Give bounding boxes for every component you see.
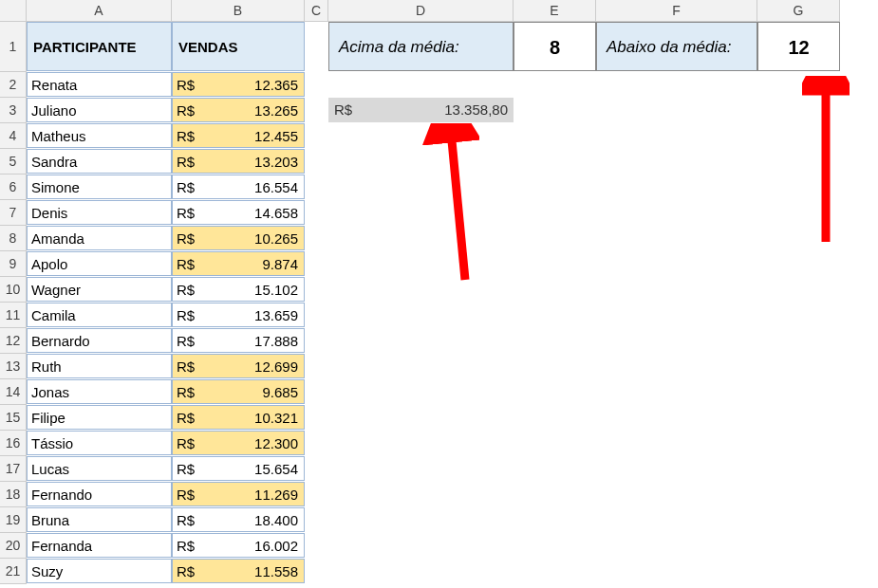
row-header[interactable]: 19 <box>0 507 27 533</box>
participant-name-cell[interactable]: Denis <box>27 200 172 225</box>
cell[interactable] <box>514 72 596 97</box>
column-header[interactable]: D <box>328 0 514 22</box>
cell[interactable] <box>305 72 328 97</box>
row-header[interactable]: 15 <box>0 405 27 431</box>
cell[interactable] <box>305 328 328 353</box>
participant-name-cell[interactable]: Lucas <box>27 456 172 481</box>
cell[interactable] <box>305 251 328 276</box>
cell[interactable] <box>328 328 514 353</box>
column-header[interactable]: E <box>514 0 596 22</box>
participant-name-cell[interactable]: Sandra <box>27 149 172 174</box>
row-header[interactable]: 17 <box>0 456 27 482</box>
cell[interactable] <box>596 200 757 225</box>
cell[interactable] <box>328 456 514 481</box>
cell[interactable] <box>328 149 514 174</box>
cell[interactable] <box>757 303 840 327</box>
row-header[interactable]: 16 <box>0 431 27 456</box>
vendas-cell[interactable]: R$13.203 <box>172 149 305 174</box>
cell[interactable] <box>328 354 514 378</box>
vendas-cell[interactable]: R$17.888 <box>172 328 305 353</box>
vendas-cell[interactable]: R$12.300 <box>172 431 305 455</box>
participant-name-cell[interactable]: Jonas <box>27 379 172 404</box>
cell[interactable] <box>514 175 596 199</box>
column-header[interactable]: C <box>305 0 328 22</box>
row-header[interactable]: 18 <box>0 482 27 507</box>
cell[interactable] <box>757 251 840 276</box>
cell[interactable] <box>328 405 514 430</box>
participant-name-cell[interactable]: Wagner <box>27 277 172 302</box>
vendas-cell[interactable]: R$9.874 <box>172 251 305 276</box>
above-average-label[interactable]: Acima da média: <box>328 22 514 71</box>
column-header[interactable]: F <box>596 0 757 22</box>
cell[interactable] <box>328 72 514 97</box>
row-header[interactable]: 5 <box>0 149 27 175</box>
vendas-cell[interactable]: R$14.658 <box>172 200 305 225</box>
vendas-cell[interactable]: R$11.558 <box>172 559 305 583</box>
cell[interactable] <box>596 533 757 558</box>
participant-name-cell[interactable]: Apolo <box>27 251 172 276</box>
select-all-corner[interactable] <box>0 0 27 22</box>
cell[interactable] <box>596 482 757 506</box>
cell[interactable] <box>757 98 840 122</box>
cell[interactable] <box>757 354 840 378</box>
participant-name-cell[interactable]: Bruna <box>27 507 172 532</box>
cell[interactable] <box>305 507 328 532</box>
cell[interactable] <box>328 379 514 404</box>
cell[interactable] <box>514 251 596 276</box>
cell[interactable] <box>596 72 757 97</box>
cell[interactable] <box>757 328 840 353</box>
row-header[interactable]: 13 <box>0 354 27 379</box>
cell[interactable] <box>596 226 757 250</box>
cell[interactable] <box>514 507 596 532</box>
cell[interactable] <box>596 405 757 430</box>
cell[interactable] <box>514 379 596 404</box>
row-header[interactable]: 3 <box>0 98 27 123</box>
cell[interactable] <box>328 277 514 302</box>
participant-name-cell[interactable]: Suzy <box>27 559 172 583</box>
cell[interactable] <box>757 533 840 558</box>
cell[interactable] <box>596 98 757 122</box>
cell[interactable] <box>328 303 514 327</box>
cell[interactable] <box>596 277 757 302</box>
cell[interactable] <box>328 533 514 558</box>
cell[interactable] <box>596 328 757 353</box>
cell[interactable] <box>514 123 596 148</box>
cell[interactable] <box>305 123 328 148</box>
cell[interactable] <box>305 98 328 122</box>
row-header[interactable]: 9 <box>0 251 27 277</box>
row-header[interactable]: 20 <box>0 533 27 559</box>
cell[interactable] <box>328 200 514 225</box>
cell[interactable] <box>305 354 328 378</box>
vendas-cell[interactable]: R$12.365 <box>172 72 305 97</box>
cell[interactable] <box>328 507 514 532</box>
cell[interactable] <box>305 200 328 225</box>
cell[interactable] <box>514 431 596 455</box>
cell[interactable] <box>305 379 328 404</box>
vendas-cell[interactable]: R$9.685 <box>172 379 305 404</box>
below-average-label[interactable]: Abaixo da média: <box>596 22 757 71</box>
row-header[interactable]: 12 <box>0 328 27 354</box>
vendas-cell[interactable]: R$13.265 <box>172 98 305 122</box>
participant-name-cell[interactable]: Tássio <box>27 431 172 455</box>
cell[interactable] <box>305 431 328 455</box>
cell[interactable] <box>328 251 514 276</box>
cell[interactable] <box>596 456 757 481</box>
cell[interactable] <box>305 405 328 430</box>
participant-name-cell[interactable]: Fernando <box>27 482 172 506</box>
row-header[interactable]: 14 <box>0 379 27 405</box>
cell[interactable] <box>328 431 514 455</box>
participant-name-cell[interactable]: Bernardo <box>27 328 172 353</box>
participant-name-cell[interactable]: Fernanda <box>27 533 172 558</box>
vendas-cell[interactable]: R$10.265 <box>172 226 305 250</box>
participant-name-cell[interactable]: Amanda <box>27 226 172 250</box>
vendas-cell[interactable]: R$13.659 <box>172 303 305 327</box>
cell[interactable] <box>328 123 514 148</box>
participant-name-cell[interactable]: Simone <box>27 175 172 199</box>
cell[interactable] <box>514 303 596 327</box>
participant-name-cell[interactable]: Renata <box>27 72 172 97</box>
cell[interactable] <box>757 559 840 583</box>
cell[interactable] <box>514 533 596 558</box>
cell[interactable] <box>305 226 328 250</box>
row-header[interactable]: 10 <box>0 277 27 303</box>
cell[interactable] <box>757 226 840 250</box>
